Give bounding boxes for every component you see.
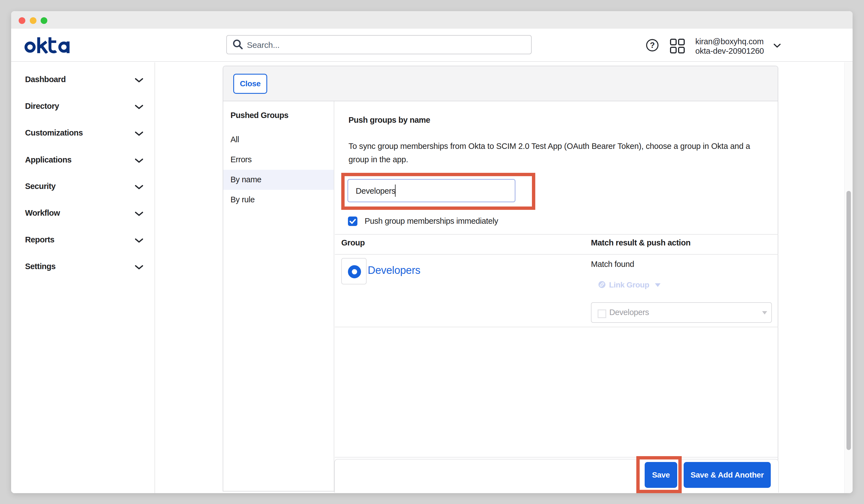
svg-text:?: ?: [650, 41, 655, 49]
